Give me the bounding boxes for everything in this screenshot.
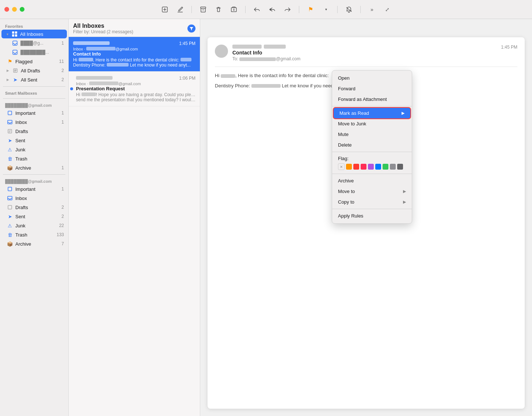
flag-icon[interactable]: ⚑ <box>307 5 315 14</box>
context-menu-delete[interactable]: Delete <box>332 140 412 150</box>
reading-pane: 1:45 PM Contact Info To: @gmail.com Hi ,… <box>200 19 532 416</box>
all-drafts-label: All Drafts <box>21 68 56 73</box>
sidebar-item-drafts2[interactable]: Drafts 2 <box>1 203 67 212</box>
context-menu-move-to-junk[interactable]: Move to Junk <box>332 118 412 129</box>
flag-purple[interactable] <box>368 164 374 170</box>
mark-as-read-chevron: ▶ <box>402 111 404 116</box>
context-menu-divider1 <box>332 106 412 106</box>
context-menu-forward-attachment[interactable]: Forward as Attachment <box>332 94 412 105</box>
sidebar-item-sent[interactable]: ➤ Sent <box>1 136 67 145</box>
toolbar: ⚑ ▾ » ⤢ <box>24 5 528 14</box>
inbox-icon <box>12 40 18 46</box>
flagged-label: Flagged <box>15 59 56 64</box>
close-button[interactable] <box>4 7 9 12</box>
email-list: 1:45 PM Inbox · @gmail.com Contact Info … <box>69 37 200 416</box>
flag-orange[interactable] <box>346 164 352 170</box>
email-detail-time: 1:45 PM <box>501 45 517 50</box>
sidebar-item-flagged[interactable]: ⚑ Flagged 11 <box>1 57 67 66</box>
more-icon[interactable]: » <box>368 5 376 14</box>
all-drafts-count: 2 <box>58 68 64 73</box>
drafts2-icon <box>7 204 13 211</box>
sidebar-item-inbox2[interactable]: Inbox <box>1 194 67 203</box>
svg-rect-14 <box>8 187 12 191</box>
sidebar-item-important[interactable]: Important 1 <box>1 109 67 117</box>
sidebar-item-account2[interactable]: ████████... <box>1 48 67 57</box>
filter-icon[interactable] <box>187 24 195 33</box>
copy-to-chevron: ▶ <box>403 200 406 204</box>
sidebar-divider2 <box>3 98 65 99</box>
sidebar-divider3 <box>3 174 65 175</box>
flag-pink[interactable] <box>361 164 366 170</box>
drafts2-count: 2 <box>58 205 64 210</box>
main-area: Favorites ▾ All Inboxes █ <box>0 19 532 416</box>
sidebar-item-important2[interactable]: Important 1 <box>1 185 67 193</box>
sidebar-item-all-sent[interactable]: ▶ ➤ All Sent 2 <box>1 75 67 84</box>
context-menu-archive[interactable]: Archive <box>332 175 412 186</box>
sidebar-item-sent2[interactable]: ➤ Sent 2 <box>1 212 67 221</box>
context-menu-apply-rules[interactable]: Apply Rules <box>332 211 412 221</box>
maximize-button[interactable] <box>20 7 24 12</box>
flag-blue[interactable] <box>375 164 381 170</box>
svg-rect-6 <box>12 34 14 37</box>
email-item[interactable]: 1:06 PM Inbox · @gmail.com Presentation … <box>69 72 200 106</box>
email-sender2 <box>76 75 113 81</box>
sidebar-item-junk2[interactable]: ⚠ Junk 22 <box>1 221 67 230</box>
context-menu: Open Forward Forward as Attachment Mark … <box>332 70 412 224</box>
context-menu-mark-as-read[interactable]: Mark as Read ▶ <box>334 108 410 118</box>
email-time: 1:45 PM <box>179 41 195 46</box>
toolbar-separator5 <box>360 6 361 13</box>
flag-dropdown-icon[interactable]: ▾ <box>322 5 330 14</box>
account1-label: ████@g... <box>20 41 56 46</box>
compose-icon[interactable] <box>161 5 169 14</box>
sidebar-item-inbox[interactable]: Inbox 1 <box>1 118 67 126</box>
flag-light-gray[interactable] <box>390 164 396 170</box>
email-sender <box>73 41 110 46</box>
trash-icon[interactable] <box>214 5 223 14</box>
sidebar-item-all-drafts[interactable]: ▶ All Drafts 2 <box>1 66 67 75</box>
email-list-title: All Inboxes <box>73 23 133 29</box>
context-menu-forward[interactable]: Forward <box>332 83 412 94</box>
context-menu-divider4 <box>332 209 412 209</box>
important2-label: Important <box>15 186 56 192</box>
forward-icon[interactable] <box>284 5 292 14</box>
notification-icon[interactable] <box>345 5 353 14</box>
flag-red[interactable] <box>353 164 359 170</box>
flag-dark-gray[interactable] <box>397 164 403 170</box>
context-menu-mute[interactable]: Mute <box>332 129 412 140</box>
sidebar-item-junk[interactable]: ⚠ Junk <box>1 145 67 154</box>
junk-icon[interactable] <box>230 5 238 14</box>
svg-rect-4 <box>12 31 14 34</box>
context-menu-divider2 <box>332 152 412 152</box>
account1-count: 1 <box>58 41 64 46</box>
context-menu-open[interactable]: Open <box>332 73 412 83</box>
sidebar-item-trash[interactable]: 🗑 Trash <box>1 154 67 163</box>
minimize-button[interactable] <box>12 7 17 12</box>
new-message-icon[interactable] <box>176 5 184 14</box>
sent-icon: ➤ <box>7 137 13 144</box>
email-item[interactable]: 1:45 PM Inbox · @gmail.com Contact Info … <box>69 37 200 72</box>
sidebar-item-all-inboxes[interactable]: ▾ All Inboxes <box>1 30 67 38</box>
email-meta: Inbox · @gmail.com <box>73 47 195 51</box>
archive-icon[interactable] <box>199 5 207 14</box>
reply-icon[interactable] <box>253 5 261 14</box>
sidebar-item-account1[interactable]: ████@g... 1 <box>1 39 67 48</box>
flag-none[interactable]: ✕ <box>338 163 345 170</box>
mute-label: Mute <box>338 132 349 137</box>
sidebar-item-archive2[interactable]: 📦 Archive 7 <box>1 239 67 248</box>
trash2-count: 133 <box>57 232 64 237</box>
flag-green[interactable] <box>383 164 388 170</box>
all-inboxes-label: All Inboxes <box>20 31 64 37</box>
all-sent-label: All Sent <box>21 77 56 83</box>
flag-options: ✕ <box>338 163 406 170</box>
context-menu-move-to[interactable]: Move to ▶ <box>332 186 412 197</box>
sidebar-item-drafts[interactable]: Drafts <box>1 127 67 136</box>
sidebar-item-trash2[interactable]: 🗑 Trash 133 <box>1 230 67 239</box>
reply-all-icon[interactable] <box>268 5 276 14</box>
window-controls[interactable] <box>4 7 24 12</box>
sent2-count: 2 <box>58 214 64 219</box>
apply-rules-label: Apply Rules <box>338 213 363 219</box>
email-preview2: Dentistry Phone: Let me know if you need… <box>73 63 195 68</box>
context-menu-copy-to[interactable]: Copy to ▶ <box>332 197 412 207</box>
zoom-icon[interactable]: ⤢ <box>383 5 391 14</box>
sidebar-item-archive[interactable]: 📦 Archive 1 <box>1 163 67 172</box>
